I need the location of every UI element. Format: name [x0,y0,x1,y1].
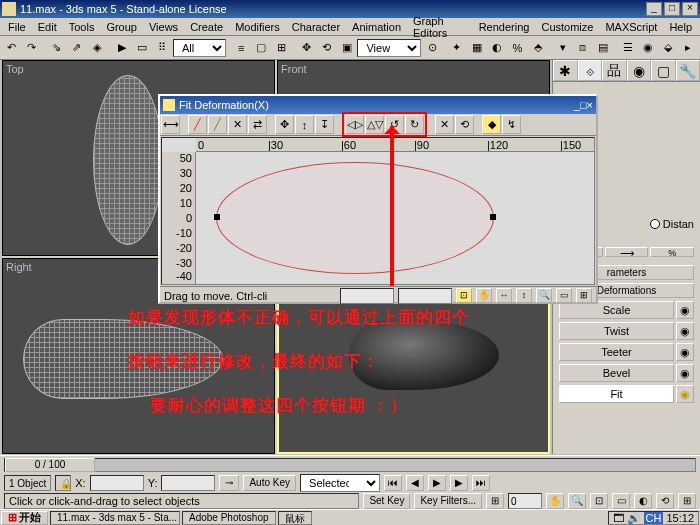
mirror-v-button[interactable]: △▽ [365,115,384,134]
menu-grapheditors[interactable]: Graph Editors [407,15,473,39]
keymode-select[interactable]: Selected [300,474,380,492]
redo-button[interactable]: ↷ [22,38,41,58]
play-button[interactable]: ▶ [428,475,446,491]
display-xy-button[interactable]: ✕ [228,115,247,134]
link-button[interactable]: ⇘ [47,38,66,58]
reset-curve-button[interactable]: ⟲ [455,115,474,134]
ref-coord[interactable]: View [357,39,421,57]
current-frame-input[interactable] [508,493,542,509]
display-x-button[interactable]: ╱ [188,115,207,134]
graph-plot[interactable] [196,152,594,284]
spinner-snap-button[interactable]: ⬘ [528,38,547,58]
taskbar-item-3dsmax[interactable]: 11.max - 3ds max 5 - Sta... [50,511,180,525]
start-button[interactable]: ⊞开始 [1,511,48,525]
fit-graph[interactable]: 0 |30 |60 |90 |120 |150 50 30 20 10 0 -1… [161,137,595,285]
radio-distan[interactable] [650,219,660,229]
render-scene-button[interactable]: ⬙ [659,38,678,58]
generate-path-button[interactable]: ↯ [502,115,521,134]
nav-maximize-icon[interactable]: ⊞ [678,493,696,509]
fit-value-1[interactable] [340,288,394,304]
setkey-button[interactable]: Set Key [363,493,410,509]
move-button[interactable]: ✥ [297,38,316,58]
timeconfig-button[interactable]: ⊞ [486,493,504,509]
nav-region-icon[interactable]: ▭ [612,493,630,509]
menu-customize[interactable]: Customize [535,21,599,33]
next-frame-button[interactable]: ▶ [450,475,468,491]
nav-zoomext-icon[interactable]: ⊡ [590,493,608,509]
teeter-bulb-icon[interactable]: ◉ [676,343,694,361]
scale-button[interactable]: ▣ [337,38,356,58]
align-button[interactable]: ▤ [593,38,612,58]
swap-button[interactable]: ⇄ [248,115,267,134]
percent-snap-button[interactable]: % [508,38,527,58]
angle-snap-button[interactable]: ◐ [488,38,507,58]
menu-file[interactable]: File [2,21,32,33]
menu-rendering[interactable]: Rendering [473,21,536,33]
fit-close-button[interactable]: × [587,99,593,111]
time-slider[interactable]: 0 / 100 [4,458,696,472]
time-thumb[interactable]: 0 / 100 [5,458,95,472]
zoom-h-icon[interactable]: ↔ [496,288,512,303]
scale-bulb-icon[interactable]: ◉ [676,301,694,319]
window-crossing-button[interactable]: ⊞ [272,38,291,58]
pivot-button[interactable]: ⊙ [422,38,441,58]
get-shape-button[interactable]: ◆ [482,115,501,134]
undo-button[interactable]: ↶ [2,38,21,58]
menu-create[interactable]: Create [184,21,229,33]
menu-maxscript[interactable]: MAXScript [599,21,663,33]
rotate-cw-button[interactable]: ↻ [405,115,424,134]
keyfilters-button[interactable]: Key Filters... [414,493,482,509]
snap-button[interactable]: ▦ [468,38,487,58]
menu-modifiers[interactable]: Modifiers [229,21,286,33]
taskbar-item-photoshop[interactable]: Adobe Photoshop [182,511,276,525]
zoom-icon[interactable]: 🔍 [536,288,552,303]
goto-start-button[interactable]: ⏮ [384,475,402,491]
zoom-v-icon[interactable]: ↕ [516,288,532,303]
unlink-button[interactable]: ⇗ [67,38,86,58]
named-sel-button[interactable]: ▾ [553,38,572,58]
fit-button[interactable]: Fit [559,385,674,403]
ik-button[interactable]: ✦ [447,38,466,58]
insert-cp-button[interactable]: ↧ [315,115,334,134]
select-button[interactable]: ▶ [112,38,131,58]
pan-icon[interactable]: ✋ [476,288,492,303]
delete-cp-button[interactable]: ✕ [435,115,454,134]
taskbar-item-mouse[interactable]: 鼠标 [278,511,312,525]
select-region-button[interactable]: ▭ [133,38,152,58]
rotate-button[interactable]: ⟲ [317,38,336,58]
utilities-tab[interactable]: 🔧 [676,60,701,81]
nav-pan-icon[interactable]: ✋ [546,493,564,509]
prev-frame-button[interactable]: ◀ [406,475,424,491]
create-tab[interactable]: ✱ [553,60,578,81]
key-button[interactable]: ⊸ [219,475,239,491]
close-button[interactable]: × [682,2,698,16]
menu-animation[interactable]: Animation [346,21,407,33]
fit-max-button[interactable]: □ [580,99,587,111]
hierarchy-tab[interactable]: 品 [602,60,627,81]
scale-cp-button[interactable]: ↕ [295,115,314,134]
percent-spinner[interactable]: % [650,247,694,257]
tray-icon[interactable]: 🗔 [613,512,624,524]
tray-ime-icon[interactable]: CH [644,512,664,524]
menu-group[interactable]: Group [100,21,143,33]
display-tab[interactable]: ▢ [651,60,676,81]
motion-tab[interactable]: ◉ [627,60,652,81]
move-cp-button[interactable]: ✥ [275,115,294,134]
select-byname-button[interactable]: ≡ [232,38,251,58]
bind-button[interactable]: ◈ [87,38,106,58]
control-point[interactable] [214,214,220,220]
menu-character[interactable]: Character [286,21,346,33]
mirror-h-button[interactable]: ◁▷ [345,115,364,134]
twist-button[interactable]: Twist [559,322,674,340]
nav-fov-icon[interactable]: ◐ [634,493,652,509]
goto-end-button[interactable]: ⏭ [472,475,490,491]
select-rect-button[interactable]: ▢ [252,38,271,58]
display-y-button[interactable]: ╱ [208,115,227,134]
coord-y-input[interactable] [161,475,215,491]
menu-views[interactable]: Views [143,21,184,33]
nav-zoom-icon[interactable]: 🔍 [568,493,586,509]
control-point[interactable] [490,214,496,220]
bevel-button[interactable]: Bevel [559,364,674,382]
select-fence-button[interactable]: ⠿ [153,38,172,58]
menu-help[interactable]: Help [663,21,698,33]
